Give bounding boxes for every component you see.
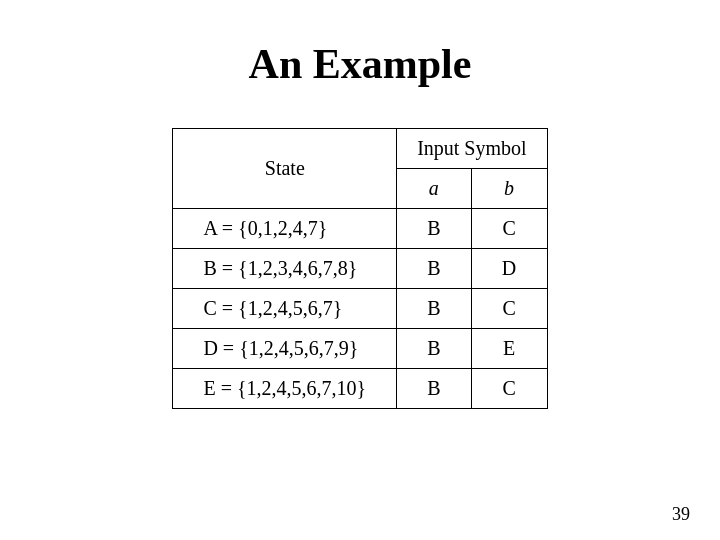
- state-cell: C = {1,2,4,5,6,7}: [173, 289, 397, 329]
- col-b-cell: E: [471, 329, 547, 369]
- page-number: 39: [672, 504, 690, 525]
- table-container: State Input Symbol a b A = {0,1,2,4,7}BC…: [172, 128, 547, 409]
- col-b-cell: C: [471, 289, 547, 329]
- col-a-cell: B: [397, 329, 471, 369]
- state-cell: A = {0,1,2,4,7}: [173, 209, 397, 249]
- col-b-header: b: [471, 169, 547, 209]
- col-a-cell: B: [397, 289, 471, 329]
- col-b-cell: C: [471, 209, 547, 249]
- col-b-cell: C: [471, 369, 547, 409]
- table-row: B = {1,2,3,4,6,7,8}BD: [173, 249, 547, 289]
- state-header: State: [173, 129, 397, 209]
- col-a-header: a: [397, 169, 471, 209]
- state-cell: B = {1,2,3,4,6,7,8}: [173, 249, 397, 289]
- table-row: C = {1,2,4,5,6,7}BC: [173, 289, 547, 329]
- table-row: E = {1,2,4,5,6,7,10}BC: [173, 369, 547, 409]
- table-row: A = {0,1,2,4,7}BC: [173, 209, 547, 249]
- col-a-cell: B: [397, 249, 471, 289]
- col-a-cell: B: [397, 209, 471, 249]
- state-cell: E = {1,2,4,5,6,7,10}: [173, 369, 397, 409]
- input-symbol-header: Input Symbol: [397, 129, 547, 169]
- state-cell: D = {1,2,4,5,6,7,9}: [173, 329, 397, 369]
- transition-table: State Input Symbol a b A = {0,1,2,4,7}BC…: [172, 128, 547, 409]
- col-b-cell: D: [471, 249, 547, 289]
- col-a-cell: B: [397, 369, 471, 409]
- page-title: An Example: [249, 40, 472, 88]
- table-row: D = {1,2,4,5,6,7,9}BE: [173, 329, 547, 369]
